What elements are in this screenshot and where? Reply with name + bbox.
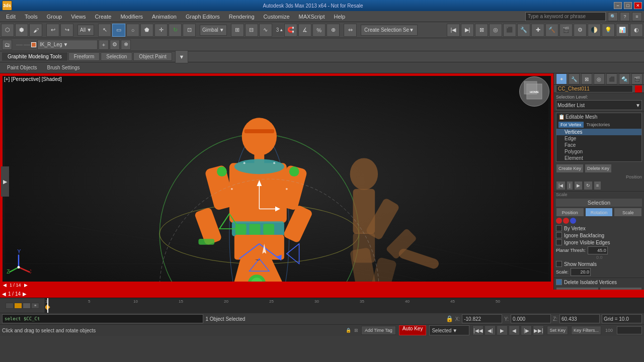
rotate-tool[interactable]: ↻ [169,24,182,37]
layer-dropdown[interactable]: IK_R_Leg ▼ [37,40,98,50]
select-region-rect[interactable]: ▭ [112,24,125,37]
scene-explorer[interactable]: 🗂 [2,40,12,50]
scale-tool[interactable]: ⊡ [183,24,196,37]
link-tool[interactable]: ⊞ [231,24,244,37]
minimize-button[interactable]: − [614,2,622,9]
prev-key-button[interactable]: |◀ [556,181,566,190]
play-bwd-button[interactable]: ◀ [509,325,520,335]
create-panel-icon[interactable]: ✦ [556,73,567,84]
bind-space-warp[interactable]: ∿ [259,24,272,37]
tab-freeform[interactable]: Freeform [68,52,100,61]
undo-button[interactable]: ↩ [46,24,59,37]
menu-group[interactable]: Group [43,13,66,21]
menu-edit[interactable]: Edit [2,13,20,21]
create-key-button[interactable]: Create Key [556,164,584,173]
delete-isolated-checkbox[interactable] [556,279,562,285]
render-button[interactable]: 🎬 [559,24,573,37]
tab-graphite-modeling[interactable]: Graphite Modeling Tools [2,52,67,61]
position-tab[interactable]: Position [556,208,584,217]
rotation-tab[interactable]: Rotation [585,208,613,217]
prev-key-btn[interactable]: ◀| [485,325,496,335]
utilities-panel-icon[interactable]: 🔩 [619,73,630,84]
sub-face[interactable]: Face [556,142,641,148]
command-line[interactable]: select $CC_Ct [2,314,203,323]
tab-selection[interactable]: Selection [101,52,132,61]
create-mode[interactable]: ✚ [531,24,544,37]
play-button[interactable]: ▶ [574,181,583,190]
hierarchy-mode[interactable]: ⊠ [475,24,488,37]
hierarchy-panel-icon[interactable]: ⊠ [581,73,592,84]
angle-snap[interactable]: ∡ [298,24,311,37]
trajectories-tab[interactable]: Trajectories [585,122,612,128]
layer-color[interactable] [31,42,36,47]
next-key-btn[interactable]: |▶ [521,325,532,335]
next-frame-button[interactable]: ▶ [24,283,28,288]
layer-freeze[interactable]: ❄ [121,40,131,50]
search-input[interactable]: Type a keyword or phrase [525,12,606,21]
move-tool[interactable]: ✛ [154,24,168,37]
utilities-mode[interactable]: 🔧 [517,24,530,37]
select-region-tool[interactable]: ⬢ [15,24,28,37]
prev-frame-button[interactable]: ◀ [3,283,7,288]
delete-key-button[interactable]: Delete Key [585,164,612,173]
viewport-left-nav[interactable]: ▶ [1,166,9,197]
rotation-icon-btn[interactable]: ↻ [584,181,593,190]
ignore-backfacing-checkbox[interactable] [556,232,562,238]
modify-mode[interactable]: 🔨 [545,24,558,37]
unhide-all-button[interactable]: Unhide All [600,287,642,290]
magnet-snaps[interactable]: 🧲 [284,24,297,37]
timeline-mode-btn[interactable] [23,303,31,309]
timeline-track[interactable]: ≡ 1 5 10 15 20 25 30 35 40 45 50 [0,298,644,313]
menu-views[interactable]: Views [67,13,90,21]
skip-end-button[interactable]: ▶▶| [533,325,544,335]
viewport-nav-cube[interactable]: HOME [519,76,549,107]
lock-icon[interactable]: 🔒 [446,315,453,322]
key-filter-dropdown[interactable]: Selected ▼ [429,325,469,335]
display-panel-icon[interactable]: ⬛ [606,73,617,84]
timeline-prev[interactable]: ◀ [2,291,6,297]
auto-key-button[interactable]: Auto Key [399,325,427,335]
menu-modifiers[interactable]: Modifiers [116,13,147,21]
key-filters-button[interactable]: Key Filters... [571,326,601,335]
menu-maxscript[interactable]: MAXScript [295,13,329,21]
select-object-tool[interactable]: ↖ [98,24,111,37]
menu-rendering[interactable]: Rendering [225,13,259,21]
select-region-circle[interactable]: ○ [126,24,139,37]
close-button[interactable]: ✕ [634,2,642,9]
help-search-button[interactable]: ? [620,12,630,21]
menu-customize[interactable]: Customize [260,13,294,21]
layer-options[interactable]: ⚙ [110,40,120,50]
sub-vertices[interactable]: Vertices [556,129,641,135]
maximize-button[interactable]: □ [624,2,632,9]
viewport-shading[interactable]: ◐ [630,24,643,37]
spinner-snap[interactable]: ⊕ [327,24,340,37]
subtab-paint-objects[interactable]: Paint Objects [2,64,42,71]
active-shade[interactable]: 🌓 [588,24,601,37]
render-settings[interactable]: ⚙ [574,24,587,37]
hide-button[interactable]: Hide [556,287,599,290]
redo-button[interactable]: ↪ [60,24,73,37]
by-vertex-checkbox[interactable] [556,225,562,231]
sub-polygon[interactable]: Polygon [556,148,641,155]
set-key-button[interactable]: Set Key [547,326,568,335]
object-color-button[interactable] [635,85,642,93]
selection-filter-dropdown[interactable]: All ▼ [77,25,94,36]
viewport-lighting[interactable]: 💡 [602,24,615,37]
menu-animation[interactable]: Animation [148,13,181,21]
render-panel-icon[interactable]: 🎬 [631,73,642,84]
scale-input[interactable] [571,268,591,276]
color-swatch-2[interactable] [14,303,22,309]
for-vertex-tab[interactable]: For Vertex [558,122,584,128]
motion-mode[interactable]: ◎ [489,24,502,37]
motion-panel-icon[interactable]: ◎ [594,73,605,84]
display-mode[interactable]: ⬛ [503,24,516,37]
subtab-brush-settings[interactable]: Brush Settings [42,64,85,71]
menu-tools[interactable]: Tools [21,13,42,21]
modifier-list-dropdown[interactable]: Modifier List ▼ [556,100,642,110]
z-field[interactable]: 60.433 [559,314,600,323]
sub-edge[interactable]: Edge [556,135,641,142]
percent-snap[interactable]: % [312,24,326,37]
paint-select-tool[interactable]: 🖌 [29,24,42,37]
modify-panel-icon[interactable]: 🔧 [569,73,580,84]
scale-tab[interactable]: Scale [614,208,642,217]
